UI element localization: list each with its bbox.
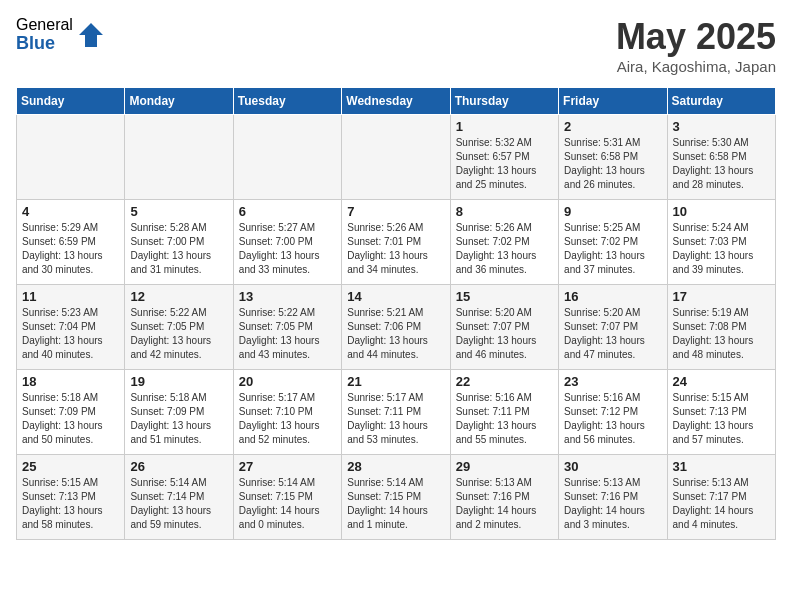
day-cell: 30Sunrise: 5:13 AM Sunset: 7:16 PM Dayli… xyxy=(559,455,667,540)
day-info: Sunrise: 5:15 AM Sunset: 7:13 PM Dayligh… xyxy=(22,476,119,532)
day-number: 9 xyxy=(564,204,661,219)
day-cell: 21Sunrise: 5:17 AM Sunset: 7:11 PM Dayli… xyxy=(342,370,450,455)
day-cell: 10Sunrise: 5:24 AM Sunset: 7:03 PM Dayli… xyxy=(667,200,775,285)
day-cell: 27Sunrise: 5:14 AM Sunset: 7:15 PM Dayli… xyxy=(233,455,341,540)
title-block: May 2025 Aira, Kagoshima, Japan xyxy=(616,16,776,75)
day-info: Sunrise: 5:13 AM Sunset: 7:16 PM Dayligh… xyxy=(456,476,553,532)
day-cell: 17Sunrise: 5:19 AM Sunset: 7:08 PM Dayli… xyxy=(667,285,775,370)
day-cell: 11Sunrise: 5:23 AM Sunset: 7:04 PM Dayli… xyxy=(17,285,125,370)
day-cell: 26Sunrise: 5:14 AM Sunset: 7:14 PM Dayli… xyxy=(125,455,233,540)
month-title: May 2025 xyxy=(616,16,776,58)
day-info: Sunrise: 5:17 AM Sunset: 7:10 PM Dayligh… xyxy=(239,391,336,447)
day-cell: 25Sunrise: 5:15 AM Sunset: 7:13 PM Dayli… xyxy=(17,455,125,540)
day-number: 30 xyxy=(564,459,661,474)
day-info: Sunrise: 5:25 AM Sunset: 7:02 PM Dayligh… xyxy=(564,221,661,277)
day-cell: 28Sunrise: 5:14 AM Sunset: 7:15 PM Dayli… xyxy=(342,455,450,540)
day-cell: 2Sunrise: 5:31 AM Sunset: 6:58 PM Daylig… xyxy=(559,115,667,200)
logo-general: General xyxy=(16,16,73,34)
calendar-table: SundayMondayTuesdayWednesdayThursdayFrid… xyxy=(16,87,776,540)
day-cell: 7Sunrise: 5:26 AM Sunset: 7:01 PM Daylig… xyxy=(342,200,450,285)
day-headers: SundayMondayTuesdayWednesdayThursdayFrid… xyxy=(17,88,776,115)
day-number: 16 xyxy=(564,289,661,304)
day-info: Sunrise: 5:28 AM Sunset: 7:00 PM Dayligh… xyxy=(130,221,227,277)
day-cell: 16Sunrise: 5:20 AM Sunset: 7:07 PM Dayli… xyxy=(559,285,667,370)
logo: General Blue xyxy=(16,16,105,53)
day-info: Sunrise: 5:20 AM Sunset: 7:07 PM Dayligh… xyxy=(564,306,661,362)
day-info: Sunrise: 5:32 AM Sunset: 6:57 PM Dayligh… xyxy=(456,136,553,192)
day-info: Sunrise: 5:14 AM Sunset: 7:15 PM Dayligh… xyxy=(239,476,336,532)
day-info: Sunrise: 5:24 AM Sunset: 7:03 PM Dayligh… xyxy=(673,221,770,277)
svg-marker-0 xyxy=(79,23,103,47)
day-info: Sunrise: 5:30 AM Sunset: 6:58 PM Dayligh… xyxy=(673,136,770,192)
day-info: Sunrise: 5:31 AM Sunset: 6:58 PM Dayligh… xyxy=(564,136,661,192)
day-number: 14 xyxy=(347,289,444,304)
day-cell: 22Sunrise: 5:16 AM Sunset: 7:11 PM Dayli… xyxy=(450,370,558,455)
day-number: 19 xyxy=(130,374,227,389)
day-number: 6 xyxy=(239,204,336,219)
week-row-4: 18Sunrise: 5:18 AM Sunset: 7:09 PM Dayli… xyxy=(17,370,776,455)
day-number: 12 xyxy=(130,289,227,304)
day-cell xyxy=(17,115,125,200)
day-cell: 23Sunrise: 5:16 AM Sunset: 7:12 PM Dayli… xyxy=(559,370,667,455)
day-number: 2 xyxy=(564,119,661,134)
day-info: Sunrise: 5:26 AM Sunset: 7:01 PM Dayligh… xyxy=(347,221,444,277)
day-info: Sunrise: 5:20 AM Sunset: 7:07 PM Dayligh… xyxy=(456,306,553,362)
day-number: 20 xyxy=(239,374,336,389)
day-number: 28 xyxy=(347,459,444,474)
day-cell: 18Sunrise: 5:18 AM Sunset: 7:09 PM Dayli… xyxy=(17,370,125,455)
day-info: Sunrise: 5:29 AM Sunset: 6:59 PM Dayligh… xyxy=(22,221,119,277)
day-number: 22 xyxy=(456,374,553,389)
day-header-thursday: Thursday xyxy=(450,88,558,115)
day-info: Sunrise: 5:13 AM Sunset: 7:16 PM Dayligh… xyxy=(564,476,661,532)
week-row-3: 11Sunrise: 5:23 AM Sunset: 7:04 PM Dayli… xyxy=(17,285,776,370)
day-cell: 24Sunrise: 5:15 AM Sunset: 7:13 PM Dayli… xyxy=(667,370,775,455)
day-info: Sunrise: 5:18 AM Sunset: 7:09 PM Dayligh… xyxy=(22,391,119,447)
day-info: Sunrise: 5:22 AM Sunset: 7:05 PM Dayligh… xyxy=(239,306,336,362)
day-info: Sunrise: 5:27 AM Sunset: 7:00 PM Dayligh… xyxy=(239,221,336,277)
day-number: 23 xyxy=(564,374,661,389)
location: Aira, Kagoshima, Japan xyxy=(616,58,776,75)
day-number: 15 xyxy=(456,289,553,304)
day-cell: 4Sunrise: 5:29 AM Sunset: 6:59 PM Daylig… xyxy=(17,200,125,285)
day-cell: 20Sunrise: 5:17 AM Sunset: 7:10 PM Dayli… xyxy=(233,370,341,455)
day-cell xyxy=(125,115,233,200)
day-cell: 6Sunrise: 5:27 AM Sunset: 7:00 PM Daylig… xyxy=(233,200,341,285)
day-info: Sunrise: 5:15 AM Sunset: 7:13 PM Dayligh… xyxy=(673,391,770,447)
day-info: Sunrise: 5:23 AM Sunset: 7:04 PM Dayligh… xyxy=(22,306,119,362)
day-number: 29 xyxy=(456,459,553,474)
day-header-wednesday: Wednesday xyxy=(342,88,450,115)
day-cell xyxy=(342,115,450,200)
day-cell: 19Sunrise: 5:18 AM Sunset: 7:09 PM Dayli… xyxy=(125,370,233,455)
day-info: Sunrise: 5:16 AM Sunset: 7:11 PM Dayligh… xyxy=(456,391,553,447)
day-number: 24 xyxy=(673,374,770,389)
day-cell: 1Sunrise: 5:32 AM Sunset: 6:57 PM Daylig… xyxy=(450,115,558,200)
day-number: 5 xyxy=(130,204,227,219)
day-cell: 8Sunrise: 5:26 AM Sunset: 7:02 PM Daylig… xyxy=(450,200,558,285)
day-number: 27 xyxy=(239,459,336,474)
day-number: 7 xyxy=(347,204,444,219)
day-number: 17 xyxy=(673,289,770,304)
week-row-5: 25Sunrise: 5:15 AM Sunset: 7:13 PM Dayli… xyxy=(17,455,776,540)
day-info: Sunrise: 5:16 AM Sunset: 7:12 PM Dayligh… xyxy=(564,391,661,447)
day-number: 18 xyxy=(22,374,119,389)
day-info: Sunrise: 5:14 AM Sunset: 7:15 PM Dayligh… xyxy=(347,476,444,532)
day-header-monday: Monday xyxy=(125,88,233,115)
day-number: 26 xyxy=(130,459,227,474)
day-number: 8 xyxy=(456,204,553,219)
day-info: Sunrise: 5:14 AM Sunset: 7:14 PM Dayligh… xyxy=(130,476,227,532)
day-cell: 3Sunrise: 5:30 AM Sunset: 6:58 PM Daylig… xyxy=(667,115,775,200)
day-number: 13 xyxy=(239,289,336,304)
day-number: 3 xyxy=(673,119,770,134)
day-cell: 9Sunrise: 5:25 AM Sunset: 7:02 PM Daylig… xyxy=(559,200,667,285)
day-header-tuesday: Tuesday xyxy=(233,88,341,115)
logo-icon xyxy=(77,21,105,49)
day-number: 4 xyxy=(22,204,119,219)
logo-blue: Blue xyxy=(16,34,73,54)
day-header-friday: Friday xyxy=(559,88,667,115)
day-number: 10 xyxy=(673,204,770,219)
week-row-1: 1Sunrise: 5:32 AM Sunset: 6:57 PM Daylig… xyxy=(17,115,776,200)
day-cell: 14Sunrise: 5:21 AM Sunset: 7:06 PM Dayli… xyxy=(342,285,450,370)
day-cell: 13Sunrise: 5:22 AM Sunset: 7:05 PM Dayli… xyxy=(233,285,341,370)
day-cell xyxy=(233,115,341,200)
day-number: 31 xyxy=(673,459,770,474)
